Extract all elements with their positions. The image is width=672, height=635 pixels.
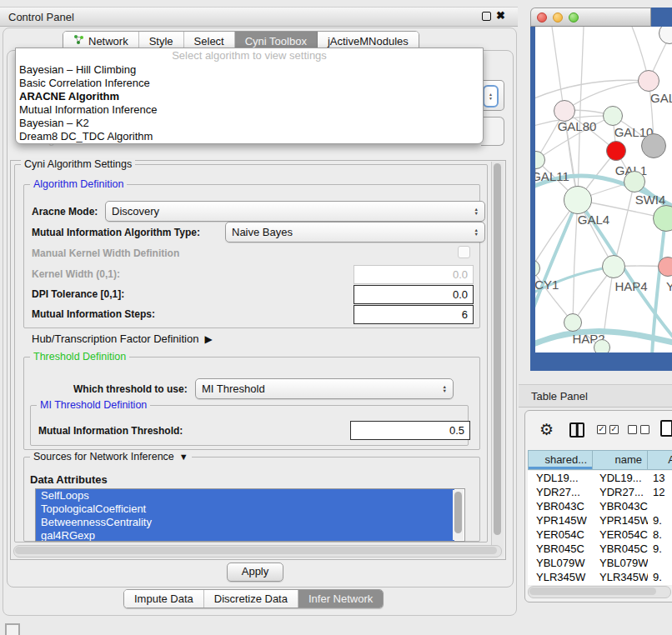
network-node-hap4[interactable] bbox=[602, 255, 625, 278]
table-rows: YDL19...YDL19...13YDR27...YDR27...12YBR0… bbox=[528, 471, 672, 585]
aracne-mode-combo[interactable]: Discovery ▲▼ bbox=[105, 201, 485, 222]
network-node[interactable] bbox=[594, 339, 610, 352]
tab-label: Network bbox=[88, 35, 128, 48]
algorithm-option[interactable]: ARACNE Algorithm bbox=[16, 90, 483, 103]
scrollbar-thumb[interactable] bbox=[494, 163, 501, 535]
table-row[interactable]: YBR045CYBR045C9. bbox=[528, 542, 672, 556]
settings-vertical-scrollbar[interactable] bbox=[491, 162, 504, 557]
kernel-width-field[interactable]: 0.0 bbox=[354, 265, 474, 284]
manual-kernel-width-checkbox[interactable] bbox=[458, 246, 470, 258]
algorithm-option[interactable]: Basic Correlation Inference bbox=[16, 77, 483, 90]
network-node-gal[interactable] bbox=[638, 70, 659, 92]
columns-icon[interactable] bbox=[569, 422, 584, 438]
algorithm-option[interactable]: Mutual Information Inference bbox=[16, 103, 483, 117]
table-header: shared...nameA bbox=[528, 450, 672, 470]
table-cell: YIL052C bbox=[528, 584, 593, 585]
data-attribute-item[interactable]: TopologicalCoefficient bbox=[36, 502, 454, 516]
scrollbar-thumb[interactable] bbox=[529, 588, 656, 595]
mi-threshold-field[interactable]: 0.5 bbox=[350, 421, 470, 440]
control-panel-title: Control Panel bbox=[8, 11, 74, 23]
mi-algorithm-type-label: Mutual Information Algorithm Type: bbox=[32, 227, 200, 238]
close-button[interactable] bbox=[537, 12, 547, 22]
table-row[interactable]: YIL052CYIL052C0. bbox=[528, 584, 672, 585]
manual-kernel-width-label: Manual Kernel Width Definition bbox=[32, 248, 179, 259]
desktop: { "colors": { "selection_blue": "#3e6fd1… bbox=[0, 0, 672, 635]
combo-arrows-icon: ▲▼ bbox=[474, 208, 479, 216]
settings-horizontal-scrollbar[interactable] bbox=[13, 545, 502, 558]
unchecked-box-icon bbox=[628, 425, 637, 434]
tab-infer-network[interactable]: Infer Network bbox=[298, 590, 383, 608]
data-attributes-list[interactable]: SelfLoopsTopologicalCoefficientBetweenne… bbox=[35, 488, 465, 542]
network-node-gal4[interactable] bbox=[564, 186, 592, 214]
table-cell: YBR045C bbox=[593, 542, 648, 556]
zoom-button[interactable] bbox=[569, 12, 579, 22]
collapsed-panel-icon[interactable] bbox=[5, 623, 20, 635]
tab-impute-data[interactable]: Impute Data bbox=[124, 590, 204, 608]
table-cell: 9. bbox=[648, 570, 672, 584]
table-cell bbox=[648, 556, 672, 570]
close-window-icon[interactable]: ✖ bbox=[496, 9, 505, 22]
network-node[interactable] bbox=[641, 133, 666, 158]
list-vertical-scrollbar[interactable] bbox=[453, 490, 464, 540]
table-row[interactable]: YLR345WYLR345W9. bbox=[528, 570, 672, 584]
table-row[interactable]: YBL079WYBL079W bbox=[528, 556, 672, 570]
column-header-1[interactable]: shared... bbox=[528, 450, 593, 470]
table-cell: YPR145W bbox=[593, 513, 648, 528]
network-tab-icon bbox=[73, 34, 84, 48]
inference-algorithm-combo-fragment[interactable]: ▲▼ bbox=[481, 80, 504, 111]
table-horizontal-scrollbar[interactable] bbox=[528, 586, 671, 598]
network-node-swi4[interactable] bbox=[624, 171, 645, 192]
network-node-y[interactable] bbox=[658, 257, 672, 277]
network-node-hap2[interactable] bbox=[564, 313, 582, 332]
group-title: MI Threshold Definition bbox=[37, 399, 150, 411]
network-node-gal1[interactable] bbox=[606, 141, 626, 161]
column-header-2[interactable]: name bbox=[593, 450, 648, 470]
table-cell: YER054C bbox=[593, 528, 648, 542]
sources-expander[interactable]: Sources for Network Inference ▼ bbox=[30, 451, 192, 462]
network-view-canvas[interactable]: GALGAL80GAL10GAL1GAL11SWI4GAL4GCY1HAP4YH… bbox=[535, 27, 672, 352]
table-row[interactable]: YDR27...YDR27...12 bbox=[528, 485, 672, 499]
table-row[interactable]: YER054CYER054C8. bbox=[528, 528, 672, 542]
table-row[interactable]: YPR145WYPR145W9. bbox=[528, 513, 672, 528]
node-label: GAL11 bbox=[535, 169, 569, 183]
minimize-button[interactable] bbox=[553, 12, 563, 22]
network-node-gal10[interactable] bbox=[603, 106, 623, 126]
data-attribute-item[interactable]: BetweennessCentrality bbox=[36, 516, 454, 529]
data-attribute-item[interactable]: SelfLoops bbox=[36, 489, 454, 502]
group-title: Algorithm Definition bbox=[30, 178, 127, 190]
hub-definition-expander[interactable]: Hub/Transcription Factor Definition ▶ bbox=[32, 332, 213, 345]
table-row[interactable]: YBR043CYBR043C bbox=[528, 499, 672, 513]
show-checked-columns-icon[interactable]: ✓ ✓ bbox=[597, 425, 619, 434]
data-attribute-item[interactable]: gal4RGexp bbox=[36, 529, 454, 542]
table-cell: YBR043C bbox=[528, 499, 593, 513]
float-window-icon[interactable] bbox=[482, 12, 491, 21]
scrollbar-thumb[interactable] bbox=[15, 547, 497, 554]
apply-button[interactable]: Apply bbox=[227, 562, 283, 582]
column-header-3[interactable]: A bbox=[648, 450, 672, 470]
table-row[interactable]: YDL19...YDL19...13 bbox=[528, 471, 672, 485]
hide-columns-icon[interactable] bbox=[628, 425, 649, 434]
table-cell: YER054C bbox=[528, 528, 593, 542]
expander-label: Hub/Transcription Factor Definition bbox=[32, 332, 198, 345]
dpi-tolerance-field[interactable]: 0.0 bbox=[354, 285, 474, 304]
algorithm-option[interactable]: Bayesian – Hill Climbing bbox=[16, 63, 483, 77]
table-cell: 13 bbox=[648, 471, 672, 485]
algorithm-option[interactable]: Dream8 DC_TDC Algorithm bbox=[16, 130, 483, 143]
algorithm-select-popup: Select algorithm to view settings Bayesi… bbox=[15, 48, 484, 144]
checked-box-icon: ✓ bbox=[609, 425, 619, 434]
hidden-combo-fragment bbox=[481, 117, 504, 146]
table-cell: YDR27... bbox=[593, 485, 648, 499]
node-label: Y bbox=[666, 279, 672, 293]
mi-algorithm-type-combo[interactable]: Naive Bayes ▲▼ bbox=[225, 222, 485, 242]
table-cell: YDL19... bbox=[593, 471, 648, 485]
mi-steps-field[interactable]: 6 bbox=[354, 305, 474, 324]
scrollbar-thumb[interactable] bbox=[454, 492, 462, 533]
new-table-icon[interactable] bbox=[660, 420, 672, 437]
tab-discretize-data[interactable]: Discretize Data bbox=[204, 590, 298, 608]
algorithm-option[interactable]: Bayesian – K2 bbox=[16, 117, 483, 130]
table-cell: YDR27... bbox=[528, 485, 593, 499]
table-cell: YIL052C bbox=[593, 584, 648, 585]
group-title: Threshold Definition bbox=[30, 351, 129, 362]
gear-icon[interactable]: ⚙ bbox=[539, 422, 554, 438]
which-threshold-combo[interactable]: MI Threshold ▲▼ bbox=[195, 378, 454, 399]
